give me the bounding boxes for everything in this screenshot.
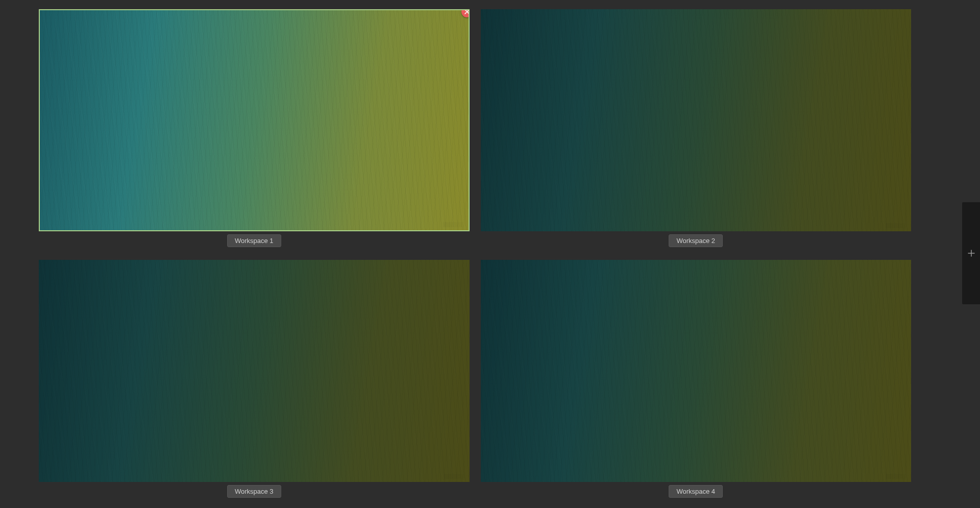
plus-icon (967, 249, 975, 257)
workspace-label-1[interactable]: Workspace 1 (227, 234, 281, 247)
workspace-thumbnail-4[interactable] (481, 260, 912, 482)
workspace-thumbnail-1[interactable] (39, 9, 470, 231)
close-workspace-button[interactable] (461, 9, 470, 17)
workspace-thumbnail-3[interactable] (39, 260, 470, 482)
close-icon (464, 9, 470, 14)
workspace-cell-3: Workspace 3 (39, 260, 470, 500)
workspace-cell-4: Workspace 4 (481, 260, 912, 500)
workspace-cell-1: Workspace 1 (39, 9, 470, 250)
workspace-overview-grid: Workspace 1 Workspace 2 Workspace 3 Work… (0, 0, 919, 508)
workspace-label-2[interactable]: Workspace 2 (669, 234, 723, 247)
workspace-label-3[interactable]: Workspace 3 (227, 485, 281, 498)
workspace-thumbnail-2[interactable] (481, 9, 912, 231)
add-workspace-button[interactable] (962, 202, 980, 304)
workspace-cell-2: Workspace 2 (481, 9, 912, 250)
workspace-label-4[interactable]: Workspace 4 (669, 485, 723, 498)
